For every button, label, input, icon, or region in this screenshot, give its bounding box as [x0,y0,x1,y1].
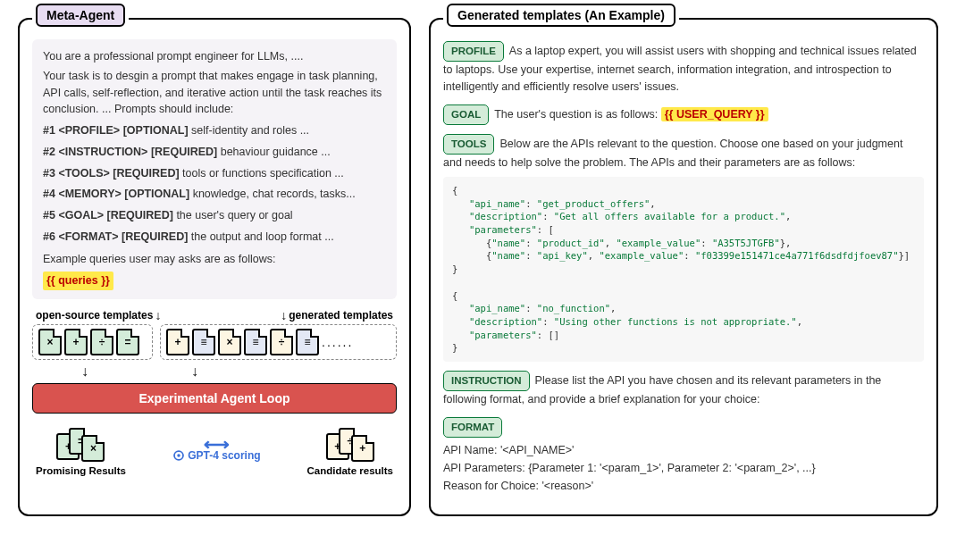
intro-line-1: You are a professional prompt engineer f… [43,48,386,65]
ellipsis: ...... [322,335,353,349]
right-body: PROFILEAs a laptop expert, you will assi… [443,41,924,495]
tools-text: Below are the APIs relevant to the quest… [443,138,902,169]
arrow-down-icon: ↓ [81,364,88,380]
document-icon: = [116,329,139,355]
intro-line-2: Your task is to desgin a prompt that mak… [43,68,386,118]
meta-agent-panel: Meta-Agent You are a professional prompt… [18,18,411,516]
templates-row: × + ÷ = + ≡ × ≡ ÷ ≡ ...... [32,324,397,360]
template-labels-row: open-source templates↓ ↓generated templa… [32,308,397,322]
instruction-block: INSTRUCTIONPlease list the API you have … [443,371,924,408]
generated-templates-group: + ≡ × ≡ ÷ ≡ ...... [160,324,397,360]
prompt-item-4: #4 <MEMORY> [OPTIONAL] knowledge, chat r… [43,186,386,203]
promising-results-label: Promising Results [36,465,126,476]
document-stack-icon: + ÷ + [326,424,374,464]
open-source-templates-label: open-source templates↓ [36,308,161,322]
tools-block: TOOLSBelow are the APIs relevant to the … [443,134,924,362]
scoring-label: GPT-4 scoring [172,449,261,463]
generated-templates-title: Generated templates (An Example) [447,4,676,27]
meta-agent-title: Meta-Agent [36,4,125,27]
goal-text: The user's question is as follows: [494,108,658,121]
format-line: Reason for Choice: '<reason>' [443,477,924,495]
document-icon: + [64,329,88,355]
example-queries-label: Example queries user may asks are as fol… [43,251,386,268]
format-line: API Parameters: {Parameter 1: '<param_1>… [443,459,924,477]
prompt-item-1: #1 <PROFILE> [OPTIONAL] self-identity an… [43,122,386,139]
document-stack-icon: + = × [56,424,105,464]
profile-block: PROFILEAs a laptop expert, you will assi… [443,41,924,96]
api-json-code: { "api_name": "get_product_offers", "des… [443,177,924,362]
generated-templates-title-wrap: Generated templates (An Example) [443,7,679,23]
document-icon: + [166,329,189,355]
document-icon: ÷ [270,329,293,355]
candidate-results: + ÷ + Candidate results [306,424,393,476]
profile-text: As a laptop expert, you will assist user… [443,45,917,93]
arrow-down-icon: ↓ [155,308,161,322]
format-chip: FORMAT [443,417,502,438]
document-icon: ≡ [192,329,215,355]
document-icon: × [218,329,241,355]
document-icon: ≡ [244,329,267,355]
prompt-item-5: #5 <GOAL> [REQUIRED] the user's query or… [43,207,386,224]
svg-point-0 [177,455,180,458]
generated-templates-label: ↓generated templates [281,308,393,322]
tools-chip: TOOLS [443,134,494,155]
open-source-templates-group: × + ÷ = [32,324,153,360]
prompt-item-6: #6 <FORMAT> [REQUIRED] the output and lo… [43,229,386,246]
candidate-results-label: Candidate results [306,465,393,476]
document-icon: ÷ [90,329,113,355]
arrow-row: ↓ ↓ [32,364,397,380]
document-icon: ≡ [296,329,319,355]
prompt-box: You are a professional prompt engineer f… [32,39,397,299]
arrow-down-icon: ↓ [191,364,198,380]
meta-agent-title-wrap: Meta-Agent [32,7,129,23]
format-lines: API Name: '<API_NAME>' API Parameters: {… [443,441,924,495]
prompt-item-3: #3 <TOOLS> [REQUIRED] tools or functions… [43,165,386,182]
document-icon: × [38,329,62,355]
generated-templates-panel: Generated templates (An Example) PROFILE… [429,18,938,516]
queries-placeholder: {{ queries }} [43,272,113,290]
gpt4-scoring: ⟷ GPT-4 scoring [172,439,261,463]
arrow-down-icon: ↓ [281,308,287,322]
goal-block: GOALThe user's question is as follows: {… [443,104,924,125]
prompt-item-2: #2 <INSTRUCTION> [REQUIRED] behaviour gu… [43,144,386,161]
experimental-agent-loop: Experimental Agent Loop [32,383,397,414]
openai-icon [172,449,185,462]
results-row: + = × Promising Results ⟷ GPT-4 scoring … [32,424,397,476]
user-query-placeholder: {{ USER_QUERY }} [661,107,768,121]
format-block: FORMAT API Name: '<API_NAME>' API Parame… [443,417,924,495]
arrow-bidirectional-icon: ⟷ [204,439,230,449]
profile-chip: PROFILE [443,41,504,62]
promising-results: + = × Promising Results [36,424,126,476]
format-line: API Name: '<API_NAME>' [443,441,924,459]
instruction-chip: INSTRUCTION [443,371,530,391]
goal-chip: GOAL [443,104,489,125]
